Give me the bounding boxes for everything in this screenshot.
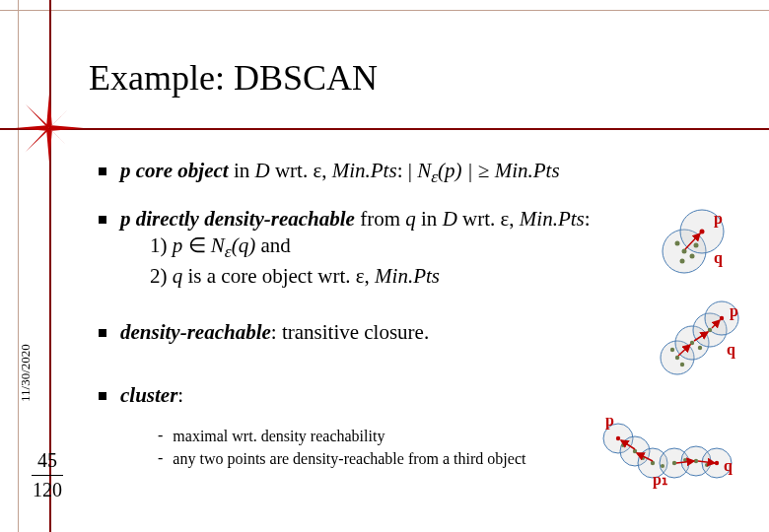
bullet-icon — [99, 329, 106, 337]
svg-point-15 — [694, 243, 699, 248]
page-number: 45 120 — [28, 449, 67, 501]
svg-point-23 — [708, 328, 712, 332]
svg-point-24 — [720, 316, 724, 320]
bullet-cluster: cluster: — [99, 382, 749, 409]
bullet-directly-reachable: p directly density-reachable from q in D… — [99, 206, 749, 291]
svg-point-22 — [690, 341, 694, 345]
svg-marker-7 — [49, 128, 74, 153]
svg-point-34 — [616, 436, 620, 440]
sub-text: any two points are density-reachable fro… — [173, 449, 525, 470]
svg-point-42 — [661, 464, 664, 468]
svg-point-26 — [680, 363, 684, 366]
label-q: q — [724, 457, 733, 475]
page-total: 120 — [28, 479, 67, 501]
term-directly-density-reachable: p directly density-reachable — [120, 207, 355, 231]
dash-icon: - — [158, 427, 163, 444]
label-p1: p₁ — [653, 471, 667, 489]
page-divider — [32, 475, 63, 476]
svg-marker-1 — [46, 128, 52, 163]
term-density-reachable: density-reachable — [120, 320, 271, 344]
svg-point-40 — [621, 443, 625, 447]
bullet-density-reachable: density-reachable: transitive closure. — [99, 319, 749, 346]
rule-vert-1 — [18, 0, 19, 532]
svg-marker-5 — [49, 104, 74, 129]
svg-point-39 — [715, 461, 719, 465]
svg-point-12 — [675, 241, 680, 246]
svg-point-36 — [651, 461, 655, 465]
svg-marker-0 — [46, 94, 52, 128]
term-core-object: p core object — [120, 159, 229, 182]
svg-point-35 — [633, 449, 637, 453]
svg-point-16 — [700, 230, 705, 234]
svg-marker-4 — [26, 104, 50, 129]
svg-point-13 — [690, 254, 695, 259]
term-cluster: cluster — [120, 383, 177, 407]
bullet-icon — [99, 216, 106, 224]
rule-top — [0, 10, 769, 11]
dash-icon: - — [158, 449, 163, 467]
date-label: 11/30/2020 — [18, 363, 34, 402]
page-current: 45 — [28, 449, 67, 472]
figure-direct-reachable: p q — [653, 202, 741, 276]
title-underline — [0, 128, 769, 130]
svg-point-25 — [670, 348, 674, 352]
label-q: q — [727, 341, 735, 359]
svg-point-14 — [680, 259, 685, 264]
sub-text: maximal wrt. density reachability — [173, 427, 384, 447]
slide: Example: DBSCAN 11/30/2020 45 120 p core… — [0, 0, 769, 532]
label-p: p — [730, 302, 738, 320]
bullet-icon — [99, 392, 106, 400]
svg-point-38 — [694, 459, 698, 463]
bullet-core-object: p core object in D wrt. ε, Min.Pts: | Nε… — [99, 158, 749, 188]
figure-density-reachable: p q — [653, 300, 741, 379]
slide-title: Example: DBSCAN — [89, 57, 378, 99]
starburst-icon — [15, 94, 84, 166]
svg-point-44 — [705, 463, 709, 467]
figure-cluster: p p₁ q — [594, 414, 741, 493]
svg-marker-3 — [49, 125, 84, 131]
svg-marker-6 — [26, 128, 50, 153]
label-q: q — [714, 249, 723, 267]
bullet-icon — [99, 167, 106, 175]
label-p: p — [605, 414, 614, 430]
svg-marker-2 — [15, 125, 49, 131]
svg-point-37 — [672, 461, 676, 465]
label-p: p — [714, 210, 723, 228]
svg-point-27 — [698, 346, 702, 350]
